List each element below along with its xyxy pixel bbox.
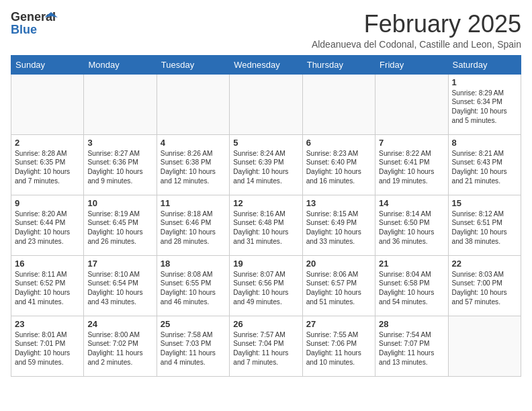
calendar-week-4: 16Sunrise: 8:11 AM Sunset: 6:52 PM Dayli… bbox=[11, 255, 521, 316]
calendar-cell: 19Sunrise: 8:07 AM Sunset: 6:56 PM Dayli… bbox=[230, 255, 302, 316]
calendar-cell: 3Sunrise: 8:27 AM Sunset: 6:36 PM Daylig… bbox=[84, 134, 157, 195]
day-number: 25 bbox=[161, 319, 226, 329]
calendar-cell: 7Sunrise: 8:22 AM Sunset: 6:41 PM Daylig… bbox=[375, 134, 448, 195]
day-number: 18 bbox=[161, 259, 226, 269]
calendar-cell bbox=[448, 316, 521, 376]
calendar-cell: 24Sunrise: 8:00 AM Sunset: 7:02 PM Dayli… bbox=[84, 316, 157, 376]
day-number: 19 bbox=[233, 259, 298, 269]
day-number: 20 bbox=[306, 259, 371, 269]
calendar-cell: 12Sunrise: 8:16 AM Sunset: 6:48 PM Dayli… bbox=[230, 195, 302, 255]
day-info: Sunrise: 8:14 AM Sunset: 6:50 PM Dayligh… bbox=[379, 210, 444, 246]
weekday-header-sunday: Sunday bbox=[11, 55, 84, 74]
calendar-week-5: 23Sunrise: 8:01 AM Sunset: 7:01 PM Dayli… bbox=[11, 316, 521, 376]
calendar-cell: 20Sunrise: 8:06 AM Sunset: 6:57 PM Dayli… bbox=[302, 255, 375, 316]
day-info: Sunrise: 8:04 AM Sunset: 6:58 PM Dayligh… bbox=[379, 270, 444, 307]
calendar-cell bbox=[11, 74, 84, 134]
weekday-header-saturday: Saturday bbox=[448, 55, 521, 74]
day-info: Sunrise: 7:55 AM Sunset: 7:06 PM Dayligh… bbox=[306, 330, 371, 367]
day-number: 24 bbox=[87, 319, 152, 329]
weekday-header-tuesday: Tuesday bbox=[157, 55, 229, 74]
day-info: Sunrise: 8:29 AM Sunset: 6:34 PM Dayligh… bbox=[452, 89, 517, 126]
day-info: Sunrise: 8:06 AM Sunset: 6:57 PM Dayligh… bbox=[306, 270, 371, 307]
calendar-cell: 25Sunrise: 7:58 AM Sunset: 7:03 PM Dayli… bbox=[157, 316, 229, 376]
day-number: 7 bbox=[379, 138, 444, 148]
calendar-body: 1Sunrise: 8:29 AM Sunset: 6:34 PM Daylig… bbox=[11, 74, 521, 376]
day-info: Sunrise: 8:01 AM Sunset: 7:01 PM Dayligh… bbox=[15, 330, 80, 367]
day-info: Sunrise: 8:28 AM Sunset: 6:35 PM Dayligh… bbox=[15, 149, 80, 186]
day-number: 6 bbox=[306, 138, 371, 148]
calendar-subtitle: Aldeanueva del Codonal, Castille and Leo… bbox=[312, 39, 521, 50]
day-number: 21 bbox=[379, 259, 444, 269]
svg-marker-0 bbox=[44, 12, 58, 17]
day-number: 16 bbox=[15, 259, 80, 269]
header: General Blue February 2025 Aldeanueva de… bbox=[11, 11, 521, 50]
day-number: 4 bbox=[161, 138, 226, 148]
calendar-cell: 6Sunrise: 8:23 AM Sunset: 6:40 PM Daylig… bbox=[302, 134, 375, 195]
calendar-cell bbox=[375, 74, 448, 134]
day-info: Sunrise: 8:27 AM Sunset: 6:36 PM Dayligh… bbox=[87, 149, 152, 186]
calendar-cell: 2Sunrise: 8:28 AM Sunset: 6:35 PM Daylig… bbox=[11, 134, 84, 195]
day-number: 11 bbox=[161, 198, 226, 208]
day-info: Sunrise: 7:54 AM Sunset: 7:07 PM Dayligh… bbox=[379, 330, 444, 367]
day-info: Sunrise: 8:18 AM Sunset: 6:46 PM Dayligh… bbox=[161, 210, 226, 246]
day-number: 27 bbox=[306, 319, 371, 329]
logo-graphic: General Blue bbox=[11, 11, 43, 40]
calendar-cell: 23Sunrise: 8:01 AM Sunset: 7:01 PM Dayli… bbox=[11, 316, 84, 376]
day-info: Sunrise: 8:16 AM Sunset: 6:48 PM Dayligh… bbox=[233, 210, 298, 246]
day-number: 26 bbox=[233, 319, 298, 329]
logo-bird-icon bbox=[44, 11, 58, 24]
day-info: Sunrise: 8:21 AM Sunset: 6:43 PM Dayligh… bbox=[452, 149, 517, 186]
calendar-cell: 21Sunrise: 8:04 AM Sunset: 6:58 PM Dayli… bbox=[375, 255, 448, 316]
logo-blue: Blue bbox=[11, 23, 37, 36]
calendar-cell bbox=[84, 74, 157, 134]
day-number: 9 bbox=[15, 198, 80, 208]
calendar-cell: 5Sunrise: 8:24 AM Sunset: 6:39 PM Daylig… bbox=[230, 134, 302, 195]
day-info: Sunrise: 7:58 AM Sunset: 7:03 PM Dayligh… bbox=[161, 330, 226, 367]
calendar-cell: 18Sunrise: 8:08 AM Sunset: 6:55 PM Dayli… bbox=[157, 255, 229, 316]
day-number: 28 bbox=[379, 319, 444, 329]
calendar-cell: 13Sunrise: 8:15 AM Sunset: 6:49 PM Dayli… bbox=[302, 195, 375, 255]
day-number: 14 bbox=[379, 198, 444, 208]
day-info: Sunrise: 8:20 AM Sunset: 6:44 PM Dayligh… bbox=[15, 210, 80, 246]
weekday-header-monday: Monday bbox=[84, 55, 157, 74]
day-info: Sunrise: 8:12 AM Sunset: 6:51 PM Dayligh… bbox=[452, 210, 517, 246]
day-number: 22 bbox=[452, 259, 517, 269]
day-info: Sunrise: 8:22 AM Sunset: 6:41 PM Dayligh… bbox=[379, 149, 444, 186]
weekday-header-friday: Friday bbox=[375, 55, 448, 74]
day-info: Sunrise: 8:07 AM Sunset: 6:56 PM Dayligh… bbox=[233, 270, 298, 307]
day-info: Sunrise: 8:26 AM Sunset: 6:38 PM Dayligh… bbox=[161, 149, 226, 186]
calendar-cell: 27Sunrise: 7:55 AM Sunset: 7:06 PM Dayli… bbox=[302, 316, 375, 376]
weekday-header-thursday: Thursday bbox=[302, 55, 375, 74]
day-number: 8 bbox=[452, 138, 517, 148]
calendar-week-2: 2Sunrise: 8:28 AM Sunset: 6:35 PM Daylig… bbox=[11, 134, 521, 195]
calendar-header: SundayMondayTuesdayWednesdayThursdayFrid… bbox=[11, 55, 521, 74]
calendar-cell: 15Sunrise: 8:12 AM Sunset: 6:51 PM Dayli… bbox=[448, 195, 521, 255]
title-area: February 2025 Aldeanueva del Codonal, Ca… bbox=[312, 11, 521, 50]
day-info: Sunrise: 8:24 AM Sunset: 6:39 PM Dayligh… bbox=[233, 149, 298, 186]
calendar-cell: 26Sunrise: 7:57 AM Sunset: 7:04 PM Dayli… bbox=[230, 316, 302, 376]
calendar-cell: 11Sunrise: 8:18 AM Sunset: 6:46 PM Dayli… bbox=[157, 195, 229, 255]
day-info: Sunrise: 8:19 AM Sunset: 6:45 PM Dayligh… bbox=[87, 210, 152, 246]
day-number: 17 bbox=[87, 259, 152, 269]
calendar-cell: 10Sunrise: 8:19 AM Sunset: 6:45 PM Dayli… bbox=[84, 195, 157, 255]
day-number: 15 bbox=[452, 198, 517, 208]
calendar-week-3: 9Sunrise: 8:20 AM Sunset: 6:44 PM Daylig… bbox=[11, 195, 521, 255]
day-number: 5 bbox=[233, 138, 298, 148]
calendar-cell: 8Sunrise: 8:21 AM Sunset: 6:43 PM Daylig… bbox=[448, 134, 521, 195]
day-number: 12 bbox=[233, 198, 298, 208]
calendar-cell bbox=[157, 74, 229, 134]
calendar-cell: 4Sunrise: 8:26 AM Sunset: 6:38 PM Daylig… bbox=[157, 134, 229, 195]
calendar-cell: 1Sunrise: 8:29 AM Sunset: 6:34 PM Daylig… bbox=[448, 74, 521, 134]
weekday-header-wednesday: Wednesday bbox=[230, 55, 302, 74]
day-info: Sunrise: 8:00 AM Sunset: 7:02 PM Dayligh… bbox=[87, 330, 152, 367]
day-info: Sunrise: 8:08 AM Sunset: 6:55 PM Dayligh… bbox=[161, 270, 226, 307]
day-number: 1 bbox=[452, 77, 517, 87]
calendar-table: SundayMondayTuesdayWednesdayThursdayFrid… bbox=[11, 55, 521, 377]
weekday-header-row: SundayMondayTuesdayWednesdayThursdayFrid… bbox=[11, 55, 521, 74]
calendar-cell bbox=[302, 74, 375, 134]
logo: General Blue bbox=[11, 11, 43, 40]
day-number: 13 bbox=[306, 198, 371, 208]
calendar-title: February 2025 bbox=[312, 11, 521, 38]
day-info: Sunrise: 8:10 AM Sunset: 6:54 PM Dayligh… bbox=[87, 270, 152, 307]
calendar-cell: 17Sunrise: 8:10 AM Sunset: 6:54 PM Dayli… bbox=[84, 255, 157, 316]
